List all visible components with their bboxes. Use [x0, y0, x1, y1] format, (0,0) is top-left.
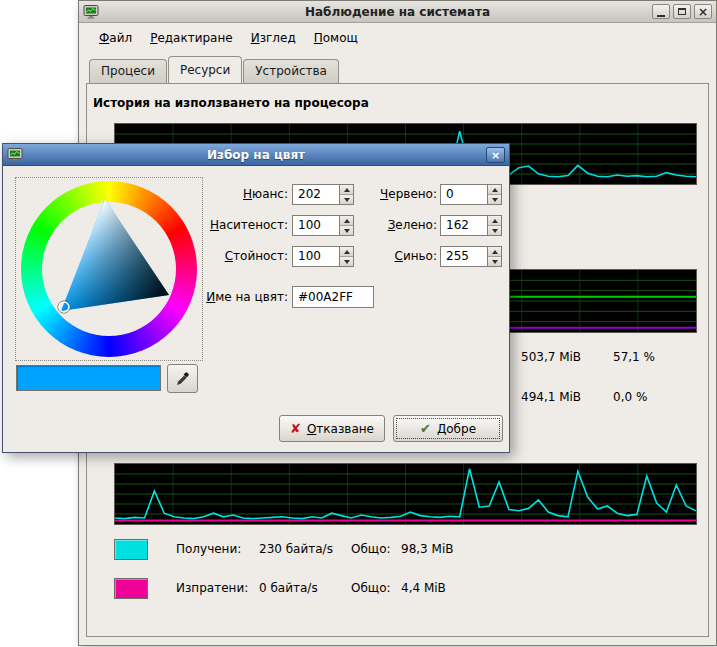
dialog-app-icon [7, 147, 23, 163]
tab-processes[interactable]: Процеси [89, 59, 167, 83]
red-spin-buttons [487, 184, 502, 205]
value-label: Стойност: [225, 249, 288, 263]
value-value[interactable]: 100 [292, 246, 339, 267]
close-button[interactable]: × [694, 4, 712, 19]
hue-label: Нюанс: [243, 187, 288, 201]
color-picker-dialog: Избор на цвят × [2, 143, 510, 453]
window-title: Наблюдение на системата [79, 5, 716, 19]
received-color-swatch[interactable] [114, 539, 148, 560]
hue-spin-up[interactable] [340, 185, 353, 194]
saturation-spin-down[interactable] [340, 225, 353, 235]
red-value[interactable]: 0 [440, 184, 487, 205]
hue-spin-buttons [339, 184, 354, 205]
sent-color-swatch[interactable] [114, 578, 148, 599]
menu-view[interactable]: Изглед [242, 27, 305, 49]
green-spinner[interactable]: 162 [440, 215, 502, 236]
saturation-spinner[interactable]: 100 [292, 215, 354, 236]
blue-label: Синьо: [395, 249, 438, 263]
color-wheel[interactable] [15, 177, 203, 361]
sent-label: Изпратени: [176, 581, 259, 595]
ok-button[interactable]: ✔ Добре [393, 415, 503, 442]
cancel-button-label: Отказване [307, 422, 374, 436]
sent-total-label: Общо: [351, 581, 401, 595]
sent-rate: 0 байта/s [259, 581, 351, 595]
close-icon: × [698, 6, 708, 18]
memory-percent: 57,1 % [613, 350, 655, 364]
green-spin-buttons [487, 215, 502, 236]
tab-devices[interactable]: Устройства [243, 59, 339, 83]
color-preview-swatch [16, 365, 161, 391]
network-sent-row: Изпратени: 0 байта/s Общо: 4,4 MiB [114, 576, 446, 600]
saturation-label: Наситеност: [210, 218, 288, 232]
cancel-x-icon: ✘ [290, 422, 301, 435]
maximize-icon [678, 8, 686, 15]
green-spin-down[interactable] [488, 225, 501, 235]
dialog-titlebar[interactable]: Избор на цвят × [3, 144, 509, 166]
maximize-button[interactable] [673, 4, 691, 19]
system-monitor-app-icon [83, 4, 99, 20]
main-titlebar[interactable]: Наблюдение на системата × [79, 1, 716, 23]
swap-percent: 0,0 % [613, 390, 647, 404]
red-spinner[interactable]: 0 [440, 184, 502, 205]
saturation-spin-up[interactable] [340, 216, 353, 225]
received-rate: 230 байта/s [259, 542, 351, 556]
eyedropper-button[interactable] [167, 364, 198, 393]
received-total: 98,3 MiB [401, 542, 453, 556]
sent-total: 4,4 MiB [401, 581, 446, 595]
tab-strip: Процеси Ресурси Устройства [86, 56, 709, 83]
cancel-button[interactable]: ✘ Отказване [279, 415, 385, 442]
tab-resources[interactable]: Ресурси [168, 56, 242, 83]
blue-value[interactable]: 255 [440, 246, 487, 267]
red-spin-up[interactable] [488, 185, 501, 194]
hue-spin-down[interactable] [340, 194, 353, 204]
blue-spinner[interactable]: 255 [440, 246, 502, 267]
memory-amount: 503,7 MiB [521, 350, 581, 364]
received-label: Получени: [176, 542, 259, 556]
received-total-label: Общо: [351, 542, 401, 556]
hue-spinner[interactable]: 202 [292, 184, 354, 205]
saturation-value[interactable]: 100 [292, 215, 339, 236]
value-spinner[interactable]: 100 [292, 246, 354, 267]
menubar: Файл Редактиране Изглед Помощ [80, 24, 715, 52]
blue-spin-buttons [487, 246, 502, 267]
blue-spin-down[interactable] [488, 256, 501, 266]
swap-amount: 494,1 MiB [521, 390, 581, 404]
hue-value[interactable]: 202 [292, 184, 339, 205]
red-label: Червено: [380, 187, 437, 201]
ok-check-icon: ✔ [420, 422, 431, 435]
color-name-label: Име на цвят: [206, 290, 288, 304]
dialog-close-button[interactable]: × [486, 147, 505, 163]
color-name-input[interactable] [292, 286, 374, 308]
minimize-icon [657, 15, 665, 17]
cpu-history-heading: История на използването на процесора [93, 96, 369, 110]
network-received-row: Получени: 230 байта/s Общо: 98,3 MiB [114, 537, 453, 561]
dialog-title: Избор на цвят [3, 148, 509, 162]
menu-help[interactable]: Помощ [305, 27, 367, 49]
network-history-chart [114, 463, 697, 525]
saturation-value-triangle[interactable] [21, 181, 197, 357]
green-label: Зелено: [388, 218, 437, 232]
value-spin-down[interactable] [340, 256, 353, 266]
close-icon: × [491, 149, 500, 162]
saturation-spin-buttons [339, 215, 354, 236]
green-spin-up[interactable] [488, 216, 501, 225]
minimize-button[interactable] [652, 4, 670, 19]
menu-edit[interactable]: Редактиране [141, 27, 242, 49]
green-value[interactable]: 162 [440, 215, 487, 236]
blue-spin-up[interactable] [488, 247, 501, 256]
window-controls: × [652, 4, 712, 19]
eyedropper-icon [174, 370, 192, 388]
value-spin-buttons [339, 246, 354, 267]
menu-file[interactable]: Файл [90, 27, 141, 49]
value-spin-up[interactable] [340, 247, 353, 256]
red-spin-down[interactable] [488, 194, 501, 204]
ok-button-label: Добре [437, 422, 476, 436]
